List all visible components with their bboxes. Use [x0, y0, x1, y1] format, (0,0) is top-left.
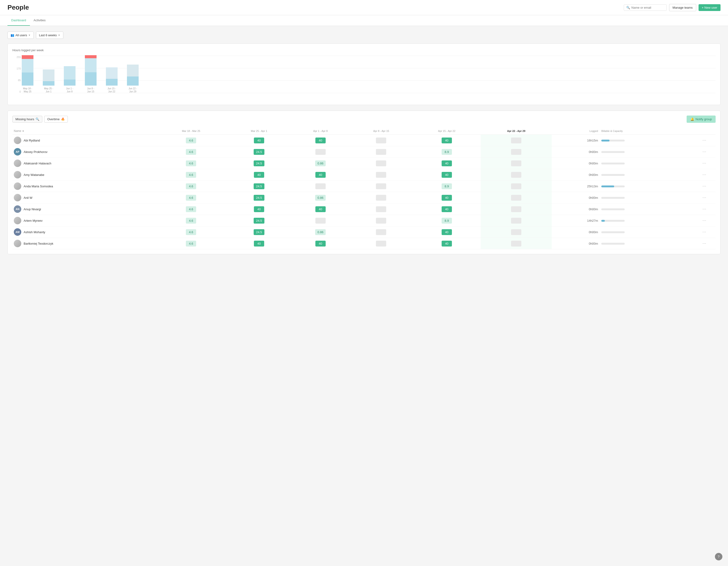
new-user-button[interactable]: New user — [699, 4, 721, 11]
week-cell-4 — [350, 215, 413, 226]
col-header-week5: Apr 15 - Apr 22 — [413, 127, 481, 135]
avatar: AP — [14, 148, 21, 155]
week-cell-5: 8.9 — [413, 180, 481, 192]
search-input[interactable] — [631, 6, 664, 9]
week-cell-5: 40 — [413, 158, 481, 169]
week-cell-1: 4.6 — [155, 158, 227, 169]
bar-logged-3 — [64, 79, 76, 86]
billable-capacity-cell — [600, 226, 693, 238]
avatar — [14, 240, 21, 247]
bar-group-4: Jun 8 -Jun 15 — [85, 55, 97, 93]
bar-logged-1 — [22, 72, 33, 86]
week-cell-3 — [291, 215, 350, 226]
bar-capacity-5 — [106, 67, 118, 79]
week-cell-4 — [350, 226, 413, 238]
capacity-bar — [601, 208, 625, 210]
week-cell-6 — [481, 215, 552, 226]
bar-group-3: Jun 1 -Jun 8 — [64, 55, 76, 93]
logged-cell: 16h15m — [552, 135, 600, 146]
people-table: Name ▼ Mar 18 - Mar 25 Mar 25 - Apr 1 Ap… — [12, 127, 716, 249]
person-name: Anup Nivargi — [24, 207, 41, 211]
capacity-bar — [601, 162, 625, 164]
week-cell-2: 24.5 — [227, 146, 291, 158]
users-icon: 👥 — [11, 33, 14, 37]
chevron-down-icon: ▼ — [28, 34, 31, 36]
chart-title: Hours logged per week — [12, 48, 716, 52]
tab-activities[interactable]: Activities — [30, 15, 49, 26]
billable-capacity-cell — [600, 180, 693, 192]
overtime-filter[interactable]: Overtime 🔥 — [44, 116, 68, 122]
week-cell-4 — [350, 169, 413, 180]
bar-logged-5 — [106, 79, 118, 86]
capacity-bar-fill — [601, 140, 609, 141]
bars-row: May 18 -May 25 May 25 -Jun 1 J — [22, 63, 716, 100]
week-cell-1: 4.6 — [155, 180, 227, 192]
person-name-cell: AMAshish Mohanty — [12, 226, 155, 238]
header-actions: 🔍 Manage teams New user — [624, 4, 721, 11]
bar-group-2: May 25 -Jun 1 — [43, 55, 54, 93]
notify-group-button[interactable]: 🔔 Notify group — [687, 115, 716, 123]
table-row: Bartłomiej Teodorczyk4.64040 40 0h00m··· — [12, 238, 716, 249]
bar-group-5: Jun 15 -Jun 22 — [106, 55, 118, 93]
bar-logged-2 — [43, 81, 54, 86]
week-cell-6 — [481, 158, 552, 169]
row-actions-cell[interactable]: ··· — [693, 238, 716, 249]
row-actions-cell[interactable]: ··· — [693, 135, 716, 146]
bar-logged-6 — [127, 76, 139, 86]
col-header-name[interactable]: Name ▼ — [12, 127, 155, 135]
avatar — [14, 171, 21, 178]
week-cell-6 — [481, 238, 552, 249]
billable-capacity-cell — [600, 146, 693, 158]
week-cell-5: 8.9 — [413, 146, 481, 158]
col-header-billable: Billable & Capacity — [600, 127, 693, 135]
week-cell-4 — [350, 180, 413, 192]
table-row: Anil W4.624.50.86 40 0h00m··· — [12, 192, 716, 203]
page-title: People — [7, 4, 29, 11]
row-actions-cell[interactable]: ··· — [693, 215, 716, 226]
row-actions-cell[interactable]: ··· — [693, 203, 716, 215]
all-users-filter[interactable]: 👥 All users ▼ — [7, 32, 34, 39]
week-cell-5: 40 — [413, 169, 481, 180]
y-label-255: 255 — [17, 56, 21, 58]
week-cell-1: 4.6 — [155, 203, 227, 215]
row-actions-cell[interactable]: ··· — [693, 146, 716, 158]
week-cell-5: 40 — [413, 226, 481, 238]
bar-overtime-4 — [85, 55, 97, 58]
table-row: Amy Watanabe4.64040 40 0h00m··· — [12, 169, 716, 180]
missing-hours-filter[interactable]: Missing hours 🔍 — [12, 116, 42, 122]
week-cell-4 — [350, 238, 413, 249]
row-actions-cell[interactable]: ··· — [693, 226, 716, 238]
person-name: Alexey Prokhorov — [24, 150, 47, 154]
capacity-bar-fill — [601, 185, 614, 187]
row-actions-cell[interactable]: ··· — [693, 169, 716, 180]
week-cell-2: 24.5 — [227, 226, 291, 238]
bar-label-6: Jun 22 -Jun 29 — [129, 87, 137, 93]
tab-dashboard[interactable]: Dashboard — [7, 15, 30, 26]
logged-cell: 0h00m — [552, 169, 600, 180]
search-box[interactable]: 🔍 — [624, 4, 667, 11]
week-cell-3: 0.86 — [291, 158, 350, 169]
person-name-cell: Abi Rydland — [12, 135, 155, 146]
col-header-week2: Mar 25 - Apr 1 — [227, 127, 291, 135]
logged-cell: 0h00m — [552, 158, 600, 169]
capacity-bar — [601, 151, 625, 153]
capacity-bar — [601, 174, 625, 176]
row-actions-cell[interactable]: ··· — [693, 180, 716, 192]
filters-row: 👥 All users ▼ Last 6 weeks ▼ — [7, 32, 721, 39]
logged-cell: 14h27m — [552, 215, 600, 226]
row-actions-cell[interactable]: ··· — [693, 158, 716, 169]
week-cell-6 — [481, 203, 552, 215]
week-cell-2: 24.5 — [227, 215, 291, 226]
header: People 🔍 Manage teams New user — [0, 0, 728, 15]
period-filter[interactable]: Last 6 weeks ▼ — [36, 32, 63, 39]
capacity-bar-fill — [601, 220, 605, 222]
week-cell-5: 8.9 — [413, 215, 481, 226]
bar-capacity-3 — [64, 66, 76, 79]
avatar — [14, 194, 21, 201]
manage-teams-button[interactable]: Manage teams — [669, 4, 696, 11]
y-label-170: 170 — [17, 67, 21, 70]
week-cell-1: 4.6 — [155, 238, 227, 249]
week-cell-2: 40 — [227, 169, 291, 180]
row-actions-cell[interactable]: ··· — [693, 192, 716, 203]
week-cell-3 — [291, 180, 350, 192]
